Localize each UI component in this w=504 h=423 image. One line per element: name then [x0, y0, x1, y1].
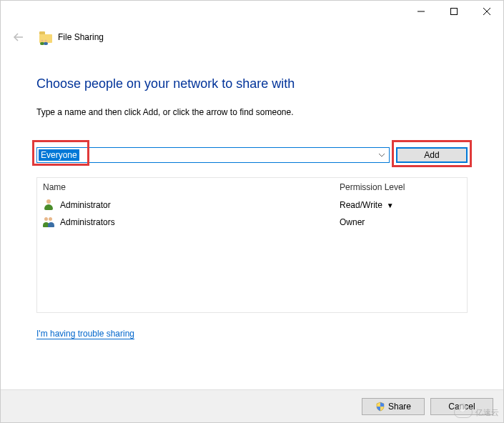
table-row[interactable]: Administrators Owner [37, 214, 467, 231]
caret-down-icon: ▼ [387, 201, 394, 209]
add-user-row: Everyone Add [36, 147, 468, 163]
page-heading: Choose people on your network to share w… [36, 76, 468, 91]
footer-bar: Share Cancel [1, 389, 503, 422]
row-name: Administrators [60, 217, 340, 227]
wizard-header: File Sharing [1, 22, 503, 48]
titlebar [1, 1, 503, 22]
column-header-name[interactable]: Name [43, 182, 340, 192]
permission-dropdown[interactable]: Read/Write ▼ [340, 200, 461, 210]
permission-value: Owner [340, 217, 365, 227]
window-title: File Sharing [58, 32, 104, 42]
share-button-label: Share [388, 402, 411, 412]
table-row[interactable]: Administrator Read/Write ▼ [37, 196, 467, 214]
group-icon [43, 216, 56, 229]
combobox-value: Everyone [39, 149, 79, 161]
page-subtext: Type a name and then click Add, or click… [36, 107, 468, 117]
cloud-icon [454, 407, 473, 418]
table-header: Name Permission Level [37, 178, 467, 196]
permission-value: Read/Write [340, 200, 382, 210]
chevron-down-icon[interactable] [376, 153, 387, 157]
svg-rect-1 [451, 9, 458, 15]
user-icon [43, 199, 56, 211]
add-button-label: Add [424, 150, 439, 160]
watermark: 亿速云 [454, 407, 499, 418]
user-combobox[interactable]: Everyone [36, 147, 390, 163]
trouble-sharing-link[interactable]: I'm having trouble sharing [36, 329, 134, 339]
add-button[interactable]: Add [396, 147, 468, 163]
minimize-button[interactable] [405, 1, 438, 22]
back-arrow-icon[interactable] [11, 29, 26, 45]
svg-point-6 [45, 40, 47, 42]
svg-rect-8 [44, 42, 48, 45]
permissions-table: Name Permission Level Administrator Read… [36, 177, 468, 313]
share-button[interactable]: Share [362, 398, 425, 415]
column-header-permission[interactable]: Permission Level [340, 182, 461, 192]
close-button[interactable] [470, 1, 503, 22]
maximize-button[interactable] [438, 1, 470, 22]
file-sharing-icon [39, 31, 52, 43]
permission-value-static: Owner [340, 217, 461, 227]
svg-point-5 [41, 40, 44, 42]
row-name: Administrator [60, 200, 340, 210]
shield-icon [375, 402, 385, 412]
content-area: Choose people on your network to share w… [1, 48, 503, 339]
table-body: Administrator Read/Write ▼ Administrator… [37, 196, 467, 231]
watermark-text: 亿速云 [475, 407, 499, 418]
